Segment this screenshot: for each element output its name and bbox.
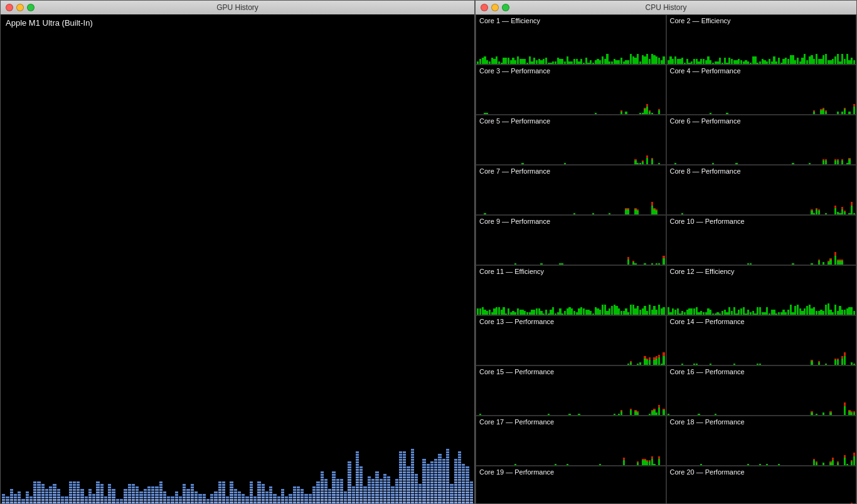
- core-bar-col: [686, 27, 688, 64]
- gpu-pixel: [458, 469, 461, 471]
- core-bar-col: [646, 328, 648, 365]
- gpu-pixel: [411, 476, 414, 478]
- gpu-pixel: [356, 481, 359, 483]
- core-bar-col: [782, 428, 784, 465]
- core-bar-col: [627, 127, 629, 164]
- gpu-pixel: [116, 499, 119, 501]
- core-chart-area: [667, 327, 856, 365]
- core-bar-col: [578, 77, 580, 114]
- gpu-bar-column: [21, 499, 24, 503]
- gpu-pixel: [159, 489, 162, 491]
- gpu-pixel: [380, 496, 383, 498]
- gpu-pixel: [257, 486, 260, 488]
- core-bar-col: [514, 77, 516, 114]
- core-bar-col: [651, 328, 653, 365]
- gpu-pixel: [167, 496, 170, 498]
- gpu-minimize-button[interactable]: [16, 4, 24, 11]
- core-bar-col: [716, 228, 718, 265]
- gpu-pixel: [257, 481, 260, 483]
- gpu-pixel: [144, 494, 147, 496]
- gpu-pixel: [77, 489, 80, 491]
- core-chart-area: [476, 76, 666, 114]
- gpu-pixel: [340, 481, 343, 483]
- core-bar-col: [710, 278, 711, 315]
- gpu-pixel: [462, 484, 465, 486]
- gpu-maximize-button[interactable]: [27, 4, 35, 11]
- core-bar-col: [592, 428, 594, 465]
- core-bar-col: [684, 278, 686, 315]
- core-pixel-green: [782, 59, 784, 64]
- gpu-pixel: [359, 496, 363, 498]
- gpu-pixel: [438, 459, 441, 461]
- core-bar-col: [529, 127, 531, 164]
- core-pixel-green: [519, 310, 521, 315]
- core-bar-col: [696, 328, 698, 365]
- core-bar-col: [846, 328, 848, 365]
- cpu-minimize-button[interactable]: [491, 4, 499, 11]
- gpu-pixel: [316, 494, 319, 496]
- core-bar-col: [587, 278, 589, 315]
- core-pixel-green: [583, 63, 585, 64]
- core-bar-col: [559, 228, 561, 265]
- core-pixel-green: [559, 308, 561, 315]
- gpu-pixel: [427, 499, 430, 501]
- gpu-pixel: [383, 496, 386, 498]
- core-bar-col: [477, 378, 479, 415]
- core-pixel-green: [609, 308, 610, 315]
- gpu-pixel: [269, 496, 272, 498]
- cpu-traffic-lights[interactable]: [481, 4, 509, 11]
- core-pixel-green: [590, 311, 592, 315]
- core-bar-col: [555, 478, 556, 503]
- gpu-pixel: [214, 494, 217, 496]
- core-bar-col: [482, 378, 484, 415]
- core-bar-col: [646, 228, 648, 265]
- core-bar-col: [696, 378, 698, 415]
- gpu-pixel: [53, 484, 56, 486]
- core-bar-col: [688, 278, 690, 315]
- gpu-pixel: [470, 484, 473, 486]
- core-bar-col: [809, 228, 811, 265]
- core-pixel-green: [839, 261, 841, 265]
- gpu-traffic-lights[interactable]: [6, 4, 35, 11]
- core-bar-col: [484, 428, 486, 465]
- core-bar-col: [724, 428, 726, 465]
- core-bar-col: [634, 278, 636, 315]
- cpu-close-button[interactable]: [481, 4, 488, 11]
- gpu-pixel: [368, 486, 371, 488]
- core-bar-col: [787, 328, 789, 365]
- gpu-pixel: [163, 491, 166, 493]
- core-bar-col: [752, 228, 754, 265]
- core-bar-col: [848, 77, 850, 114]
- core-bar-col: [545, 478, 547, 503]
- core-bar-col: [816, 77, 817, 114]
- core-bar-col: [813, 428, 815, 465]
- core-bar-col: [568, 478, 570, 503]
- gpu-pixel: [442, 474, 445, 476]
- core-bar-col: [590, 127, 592, 164]
- gpu-close-button[interactable]: [6, 4, 13, 11]
- core-pixel-green: [851, 461, 853, 465]
- gpu-pixel: [442, 489, 445, 491]
- core-pixel-green: [501, 63, 503, 64]
- core-bar-col: [512, 228, 514, 265]
- core-pixel-green: [703, 312, 705, 315]
- core-bar-col: [632, 378, 634, 415]
- core-bar-col: [754, 328, 756, 365]
- cpu-maximize-button[interactable]: [502, 4, 509, 11]
- core-pixel-green: [837, 112, 839, 114]
- core-bar-col: [688, 378, 690, 415]
- core-bar-col: [705, 478, 707, 503]
- gpu-pixel: [297, 501, 300, 503]
- core-bar-col: [479, 228, 481, 265]
- core-bar-col: [625, 278, 627, 315]
- core-bar-col: [762, 428, 764, 465]
- core-bar-col: [611, 478, 613, 503]
- core-pixel-green: [578, 61, 580, 64]
- gpu-pixel: [454, 469, 457, 471]
- core-pixel-green: [829, 463, 831, 465]
- core-bar-col: [752, 77, 754, 114]
- gpu-pixel: [418, 491, 422, 493]
- gpu-pixel: [363, 486, 366, 488]
- core-bar-col: [562, 177, 563, 214]
- core-bar-col: [721, 478, 723, 503]
